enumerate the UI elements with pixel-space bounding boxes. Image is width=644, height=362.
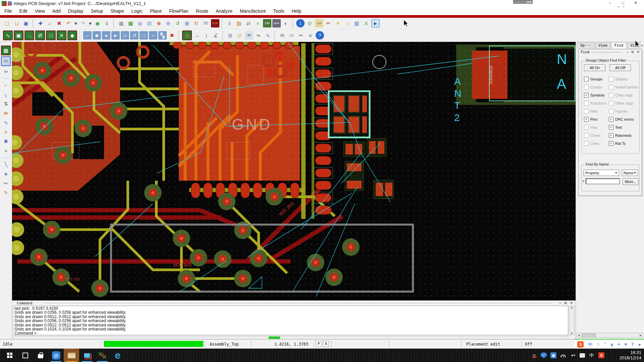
script-icon[interactable]: ≡ (306, 31, 315, 40)
checkbox-icon[interactable] (609, 85, 613, 89)
filter-shapes[interactable]: Shapes (609, 75, 638, 83)
dimension-h-icon[interactable]: ↔ (193, 31, 201, 40)
volume-muted-icon[interactable]: ◄✕ (570, 352, 576, 358)
zoom-points-icon[interactable]: ⊡ (145, 19, 154, 27)
console-hscroll-thumb[interactable] (269, 337, 280, 339)
toolbox-icon[interactable]: ✚ (638, 342, 641, 347)
new-drawing-icon[interactable]: ▢ (3, 19, 11, 27)
color-dialog-icon[interactable]: ▨ (235, 19, 243, 27)
filter-groups[interactable]: Groups (584, 75, 609, 83)
all-off-button[interactable]: All Off (609, 64, 631, 71)
place-connector-icon[interactable]: ∞ (2, 67, 10, 75)
edit-boundary-icon[interactable]: ▚ (158, 31, 167, 40)
waveform-icon[interactable]: ∿ (264, 31, 272, 40)
scroll-left-icon[interactable]: ◄ (578, 334, 580, 337)
rats-net-icon[interactable]: → (24, 31, 34, 40)
add-connect-icon[interactable]: ⌐ (2, 81, 10, 89)
copy-icon[interactable]: ▱ (46, 19, 54, 27)
component-clock-icon[interactable]: ⊙ (306, 19, 314, 27)
menu-view[interactable]: View (31, 7, 49, 15)
filter-figures[interactable]: Figures (609, 107, 638, 115)
start-button[interactable] (2, 349, 17, 362)
task-view-button[interactable] (17, 349, 33, 362)
pin-icon[interactable]: ⇓ (103, 19, 111, 27)
grid-toggle-icon[interactable]: ♯ (225, 19, 234, 27)
filter-clines[interactable]: Clines (584, 131, 609, 139)
console-close-button[interactable]: ✕ (570, 301, 573, 305)
menu-tools[interactable]: Tools (270, 7, 288, 15)
filter-drc-errors[interactable]: ✓DRC errors (609, 115, 638, 123)
filter-cline-segs[interactable]: Cline segs (609, 91, 638, 99)
menu-manufacture[interactable]: Manufacture (236, 7, 270, 15)
checkbox-icon[interactable] (609, 93, 613, 98)
sogou-logo-icon[interactable]: S (577, 341, 584, 348)
zoom-fit-icon[interactable]: ◎ (136, 19, 144, 27)
waive-drc-icon[interactable]: X (362, 19, 370, 27)
application-mode-button[interactable]: A (323, 341, 329, 347)
menu-place[interactable]: Place (146, 7, 165, 15)
constraint-manager-icon[interactable]: CM (263, 19, 271, 27)
menu-add[interactable]: Add (49, 7, 64, 15)
checkbox-icon[interactable]: ✓ (609, 117, 613, 122)
tab-op[interactable]: Op··· (577, 42, 595, 49)
layer-visibility-icon[interactable]: ▥ (353, 19, 361, 27)
panel-hscroll-thumb[interactable] (582, 334, 596, 338)
find-mode-select[interactable]: Name (622, 170, 638, 176)
undo-menu-icon[interactable]: ▾ (74, 19, 78, 27)
spread-icon[interactable]: ✖ (2, 137, 10, 145)
database-check-icon[interactable]: ◐ (282, 19, 290, 27)
redraw-icon[interactable]: ↻ (192, 19, 201, 27)
checkbox-icon[interactable]: ✓ (609, 141, 613, 146)
menu-logic[interactable]: Logic (128, 7, 146, 15)
dimension-v-icon[interactable]: ↕ (202, 31, 211, 40)
tab-view[interactable]: View (595, 42, 611, 49)
place-part-icon[interactable]: U1 (1, 56, 11, 66)
help-icon[interactable]: ? (316, 31, 324, 40)
slide-icon[interactable]: ┐ (2, 90, 10, 99)
unrats-components-icon[interactable]: □ (46, 31, 56, 40)
filter-lines[interactable]: Lines (584, 139, 609, 147)
menu-display[interactable]: Display (64, 7, 87, 15)
tab-overflow-icon[interactable]: » (641, 43, 643, 47)
tab-find[interactable]: Find (611, 42, 627, 49)
shove-icon[interactable]: ≫ (2, 109, 10, 117)
place-module-icon[interactable]: ▦ (1, 46, 11, 55)
shape-copy-icon[interactable]: ▱ (121, 31, 129, 40)
move-icon[interactable]: ✚ (36, 19, 45, 27)
dfa-spreadsheet-icon[interactable]: DFA (272, 19, 281, 27)
cross-section-icon[interactable]: ≈ (254, 19, 262, 27)
rats-all-icon[interactable]: ∿ (3, 31, 13, 40)
swap-symbols-icon[interactable]: ⇄ (244, 19, 253, 27)
menu-edit[interactable]: Edit (16, 7, 31, 15)
menu-shape[interactable]: Shape (107, 7, 127, 15)
find-restore-button[interactable]: ⧉ (631, 50, 634, 54)
menu-help[interactable]: Help (288, 7, 305, 15)
rats-components-icon[interactable]: ▣ (14, 31, 23, 40)
find-close-button[interactable]: ✕ (637, 50, 640, 54)
moon-mode-icon[interactable]: ☽ (597, 342, 599, 347)
shadow-mode-icon[interactable]: ☀ (334, 19, 342, 27)
checkbox-icon[interactable]: ✓ (584, 93, 589, 98)
cut-icon[interactable]: ✂ (297, 31, 305, 40)
filter-symbols[interactable]: ✓Symbols (584, 91, 609, 99)
add-line-icon[interactable]: ╲ (2, 160, 10, 169)
menu-analyze[interactable]: Analyze (212, 7, 236, 15)
allegro-app[interactable] (79, 349, 95, 362)
filter-other-segs[interactable]: Other segs (609, 99, 638, 107)
filter-pins[interactable]: ✓Pins (584, 115, 609, 123)
info-icon[interactable]: i (296, 19, 305, 27)
checkbox-icon[interactable]: ✓ (609, 125, 613, 130)
checkbox-icon[interactable] (584, 141, 589, 146)
delete-icon[interactable]: ✖ (55, 19, 63, 27)
shape-rect-icon[interactable]: ■ (93, 31, 101, 40)
checkbox-icon[interactable] (584, 125, 589, 130)
grid-color-icon[interactable]: ▩ (126, 19, 135, 27)
no-rat-icon[interactable]: № (254, 31, 263, 40)
checkbox-icon[interactable] (609, 109, 613, 114)
grid-points-icon[interactable]: ▦ (117, 19, 125, 27)
shape-void-icon[interactable]: ↺ (130, 31, 139, 40)
highlight-brush-icon[interactable]: ✏ (324, 19, 333, 27)
checkbox-icon[interactable] (584, 109, 589, 114)
zoom-in-icon[interactable]: ⊕ (155, 19, 163, 27)
pinyin-app-icon[interactable]: ▣ (550, 352, 556, 358)
